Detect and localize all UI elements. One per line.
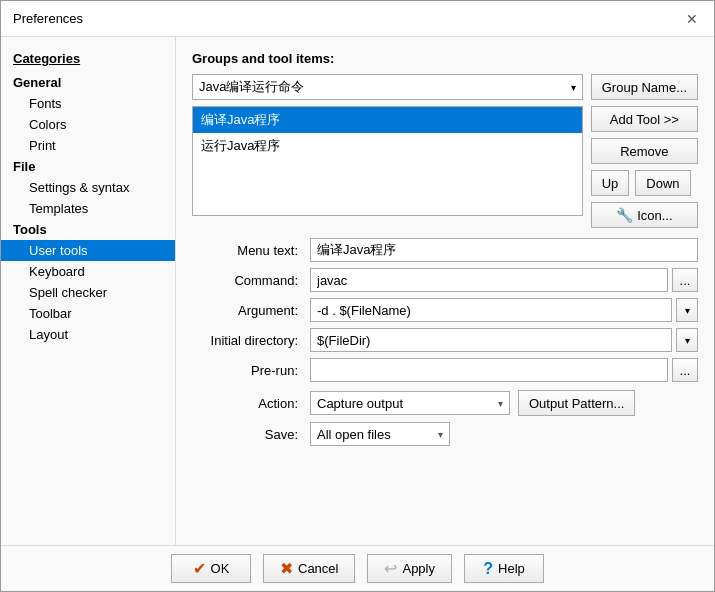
action-dropdown-value: Capture output bbox=[317, 396, 403, 411]
action-dropdown[interactable]: Capture output ▾ bbox=[310, 391, 510, 415]
add-tool-button[interactable]: Add Tool >> bbox=[591, 106, 698, 132]
dialog-title: Preferences bbox=[13, 11, 83, 26]
sidebar-item-tools[interactable]: Tools bbox=[1, 219, 175, 240]
tools-list-col: Java编译运行命令 ▾ 编译Java程序 运行Java程序 bbox=[192, 74, 583, 228]
argument-row: ▾ bbox=[310, 298, 698, 322]
sidebar-item-spell-checker[interactable]: Spell checker bbox=[1, 282, 175, 303]
cancel-button[interactable]: ✖ Cancel bbox=[263, 554, 355, 583]
dialog-body: Categories General Fonts Colors Print Fi… bbox=[1, 37, 714, 545]
main-content: Groups and tool items: Java编译运行命令 ▾ 编译Ja… bbox=[176, 37, 714, 545]
save-row: Save: All open files ▾ bbox=[192, 422, 698, 446]
up-down-row: Up Down bbox=[591, 170, 698, 196]
save-chevron-icon: ▾ bbox=[438, 429, 443, 440]
help-label: Help bbox=[498, 561, 525, 576]
argument-arrow-button[interactable]: ▾ bbox=[676, 298, 698, 322]
action-row: Action: Capture output ▾ Output Pattern.… bbox=[192, 390, 698, 416]
cancel-icon: ✖ bbox=[280, 559, 293, 578]
ok-label: OK bbox=[211, 561, 230, 576]
action-chevron-icon: ▾ bbox=[498, 398, 503, 409]
pre-run-row: ... bbox=[310, 358, 698, 382]
sidebar-item-general[interactable]: General bbox=[1, 72, 175, 93]
tool-list-item[interactable]: 编译Java程序 bbox=[193, 107, 582, 133]
menu-text-row bbox=[310, 238, 698, 262]
sidebar-item-print[interactable]: Print bbox=[1, 135, 175, 156]
title-bar: Preferences ✕ bbox=[1, 1, 714, 37]
action-label: Action: bbox=[192, 396, 302, 411]
output-pattern-button[interactable]: Output Pattern... bbox=[518, 390, 635, 416]
group-row: Java编译运行命令 ▾ bbox=[192, 74, 583, 100]
initial-dir-input[interactable] bbox=[310, 328, 672, 352]
sidebar-item-toolbar[interactable]: Toolbar bbox=[1, 303, 175, 324]
tool-list: 编译Java程序 运行Java程序 bbox=[192, 106, 583, 216]
sidebar-item-colors[interactable]: Colors bbox=[1, 114, 175, 135]
sidebar-item-settings-syntax[interactable]: Settings & syntax bbox=[1, 177, 175, 198]
save-dropdown[interactable]: All open files ▾ bbox=[310, 422, 450, 446]
sidebar-item-templates[interactable]: Templates bbox=[1, 198, 175, 219]
command-dots-button[interactable]: ... bbox=[672, 268, 698, 292]
remove-button[interactable]: Remove bbox=[591, 138, 698, 164]
sidebar: Categories General Fonts Colors Print Fi… bbox=[1, 37, 176, 545]
menu-text-label: Menu text: bbox=[192, 243, 302, 258]
initial-dir-arrow-button[interactable]: ▾ bbox=[676, 328, 698, 352]
icon-button-label: Icon... bbox=[637, 208, 672, 223]
sidebar-item-keyboard[interactable]: Keyboard bbox=[1, 261, 175, 282]
argument-label-text: Argument: bbox=[238, 303, 298, 318]
group-name-button[interactable]: Group Name... bbox=[591, 74, 698, 100]
menu-text-input[interactable] bbox=[310, 238, 698, 262]
right-buttons: Group Name... Add Tool >> Remove Up Down… bbox=[591, 74, 698, 228]
categories-label: Categories bbox=[1, 47, 175, 72]
argument-input[interactable] bbox=[310, 298, 672, 322]
command-input[interactable] bbox=[310, 268, 668, 292]
initial-dir-row: ▾ bbox=[310, 328, 698, 352]
pre-run-label-text: Pre-run: bbox=[251, 363, 298, 378]
form-grid: Menu text: Command: ... Argument: bbox=[192, 238, 698, 382]
close-button[interactable]: ✕ bbox=[682, 9, 702, 29]
command-label-text: Command: bbox=[234, 273, 298, 288]
initial-dir-label: Initial directory: bbox=[192, 333, 302, 348]
command-label: Command: bbox=[192, 273, 302, 288]
dialog-footer: ✔ OK ✖ Cancel ↩ Apply ? Help bbox=[1, 545, 714, 591]
section-title: Groups and tool items: bbox=[192, 51, 698, 66]
ok-icon: ✔ bbox=[193, 559, 206, 578]
tools-area: Java编译运行命令 ▾ 编译Java程序 运行Java程序 Group Nam… bbox=[192, 74, 698, 228]
apply-label: Apply bbox=[402, 561, 435, 576]
pre-run-label: Pre-run: bbox=[192, 363, 302, 378]
sidebar-item-fonts[interactable]: Fonts bbox=[1, 93, 175, 114]
group-dropdown[interactable]: Java编译运行命令 ▾ bbox=[192, 74, 583, 100]
argument-label: Argument: bbox=[192, 303, 302, 318]
chevron-down-icon: ▾ bbox=[571, 82, 576, 93]
command-row: ... bbox=[310, 268, 698, 292]
apply-icon: ↩ bbox=[384, 559, 397, 578]
icon-button[interactable]: 🔧 Icon... bbox=[591, 202, 698, 228]
up-button[interactable]: Up bbox=[591, 170, 630, 196]
preferences-dialog: Preferences ✕ Categories General Fonts C… bbox=[0, 0, 715, 592]
group-dropdown-value: Java编译运行命令 bbox=[199, 78, 304, 96]
wrench-icon: 🔧 bbox=[616, 207, 633, 223]
sidebar-item-file[interactable]: File bbox=[1, 156, 175, 177]
apply-button[interactable]: ↩ Apply bbox=[367, 554, 452, 583]
help-button[interactable]: ? Help bbox=[464, 554, 544, 583]
pre-run-dots-button[interactable]: ... bbox=[672, 358, 698, 382]
help-icon: ? bbox=[483, 560, 493, 578]
down-button[interactable]: Down bbox=[635, 170, 690, 196]
ok-button[interactable]: ✔ OK bbox=[171, 554, 251, 583]
initial-dir-label-text: Initial directory: bbox=[211, 333, 298, 348]
save-dropdown-value: All open files bbox=[317, 427, 391, 442]
pre-run-input[interactable] bbox=[310, 358, 668, 382]
save-label: Save: bbox=[192, 427, 302, 442]
sidebar-item-user-tools[interactable]: User tools bbox=[1, 240, 175, 261]
tool-list-item[interactable]: 运行Java程序 bbox=[193, 133, 582, 159]
sidebar-item-layout[interactable]: Layout bbox=[1, 324, 175, 345]
cancel-label: Cancel bbox=[298, 561, 338, 576]
